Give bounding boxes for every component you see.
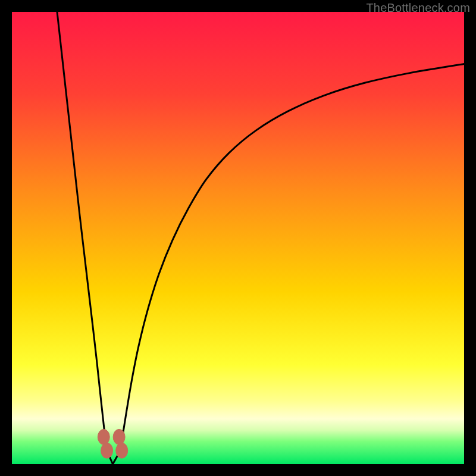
curve-marker-0 xyxy=(98,429,109,444)
curve-marker-2 xyxy=(113,429,125,444)
chart-frame: TheBottleneck.com xyxy=(0,0,476,476)
curve-marker-1 xyxy=(101,443,113,458)
curve-marker-3 xyxy=(116,443,128,458)
chart-plot xyxy=(12,12,464,464)
watermark-label: TheBottleneck.com xyxy=(366,1,470,15)
gradient-background xyxy=(12,12,464,464)
